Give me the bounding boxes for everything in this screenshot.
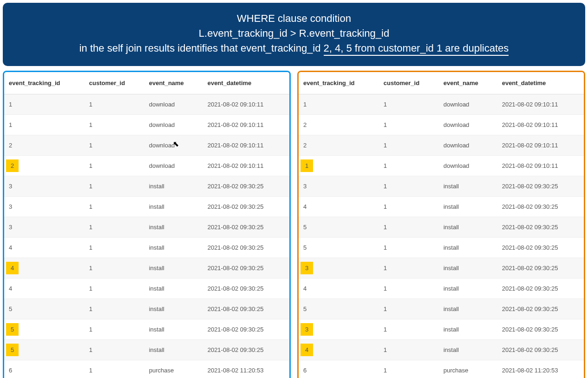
cell-event-datetime: 2021-08-02 09:30:25 [497,258,584,278]
cell-event-tracking-id: 3 [299,176,379,196]
cell-event-name: install [439,319,497,339]
cell-event-datetime: 2021-08-02 09:10:11 [497,135,584,155]
table-row: 11download2021-08-02 09:10:11 [4,114,289,135]
cell-event-name: install [439,176,497,196]
cell-customer-id: 1 [379,114,439,135]
cell-customer-id: 1 [85,298,144,319]
table-row: 51install2021-08-02 09:30:25 [299,217,584,237]
cell-event-tracking-id: 1 [4,114,85,135]
col-header: event_datetime [497,72,584,94]
cell-event-tracking-id: 5 [4,298,85,319]
cell-event-name: download [144,94,203,114]
cell-event-name: install [439,217,497,237]
table-row: 41install2021-08-02 09:30:25 [299,278,584,298]
cell-event-datetime: 2021-08-02 09:10:11 [203,155,289,176]
cell-customer-id: 1 [85,94,144,114]
table-row: 41install2021-08-02 09:30:25 [4,258,289,278]
cell-customer-id: 1 [379,155,439,176]
cell-event-name: install [144,339,203,360]
cell-customer-id: 1 [379,278,439,298]
cell-event-name: download [439,114,497,135]
cell-event-datetime: 2021-08-02 09:30:25 [203,258,289,278]
cell-event-name: download [439,135,497,155]
cell-event-datetime: 2021-08-02 09:30:25 [497,196,584,217]
right-table-panel: event_tracking_id customer_id event_name… [297,71,585,378]
highlight-cell: 5 [6,344,19,356]
cell-event-name: install [144,298,203,319]
cell-customer-id: 1 [379,135,439,155]
cell-customer-id: 1 [85,258,144,278]
table-row: 51install2021-08-02 09:30:25 [4,319,289,339]
cell-customer-id: 1 [379,237,439,258]
cell-customer-id: 1 [85,155,144,176]
cell-event-name: download [144,155,203,176]
cell-customer-id: 1 [379,360,439,378]
banner-line1: WHERE clause condition [17,11,571,26]
table-row: 31install2021-08-02 09:30:25 [299,319,584,339]
cell-event-tracking-id: 3 [4,217,85,237]
highlight-cell: 1 [301,159,313,172]
highlight-cell: 3 [301,323,313,336]
cell-customer-id: 1 [85,319,144,339]
cell-event-datetime: 2021-08-02 09:10:11 [497,155,584,176]
cell-event-datetime: 2021-08-02 09:30:25 [203,176,289,196]
cell-event-datetime: 2021-08-02 09:30:25 [203,217,289,237]
cell-customer-id: 1 [85,360,144,378]
cell-customer-id: 1 [85,278,144,298]
table-row: 61purchase2021-08-02 11:20:53 [299,360,584,378]
cell-customer-id: 1 [379,217,439,237]
cell-event-datetime: 2021-08-02 09:30:25 [203,298,289,319]
table-row: 11download2021-08-02 09:10:11 [299,155,584,176]
cell-event-name: install [439,237,497,258]
cell-event-name: download [439,155,497,176]
cell-event-name: install [144,258,203,278]
cell-event-tracking-id: 4 [299,196,379,217]
cell-event-tracking-id: 4 [4,237,85,258]
table-row: 21download2021-08-02 09:10:11 [299,114,584,135]
cell-event-name: install [144,176,203,196]
cell-event-tracking-id: 5 [299,237,379,258]
cell-event-datetime: 2021-08-02 09:30:25 [203,319,289,339]
cell-event-datetime: 2021-08-02 11:20:53 [497,360,584,378]
table-row: 31install2021-08-02 09:30:25 [299,258,584,278]
cell-event-name: install [144,319,203,339]
cell-event-tracking-id: 1 [4,94,85,114]
cell-event-tracking-id: 1 [299,94,379,114]
cell-event-name: install [439,258,497,278]
cell-event-datetime: 2021-08-02 09:30:25 [203,196,289,217]
cell-event-datetime: 2021-08-02 09:10:11 [203,114,289,135]
cell-event-tracking-id: 5 [4,319,85,339]
banner-line3-prefix: in the self join results identifies that… [79,42,324,54]
cell-event-tracking-id: 5 [299,298,379,319]
cell-customer-id: 1 [85,196,144,217]
table-row: 41install2021-08-02 09:30:25 [4,237,289,258]
highlight-cell: 4 [301,344,313,356]
left-table-body: 11download2021-08-02 09:10:1111download2… [4,94,289,378]
cell-event-tracking-id: 4 [4,278,85,298]
cell-customer-id: 1 [85,135,144,155]
cell-event-datetime: 2021-08-02 09:30:25 [497,237,584,258]
cell-event-tracking-id: 2 [299,114,379,135]
right-table: event_tracking_id customer_id event_name… [299,72,584,378]
cell-event-datetime: 2021-08-02 09:30:25 [497,319,584,339]
table-row: 31install2021-08-02 09:30:25 [4,217,289,237]
cell-customer-id: 1 [379,258,439,278]
cell-event-name: download [144,114,203,135]
cell-event-datetime: 2021-08-02 09:30:25 [497,339,584,360]
cell-event-tracking-id: 3 [299,319,379,339]
cell-event-tracking-id: 1 [299,155,379,176]
cell-event-name: install [144,278,203,298]
cell-event-datetime: 2021-08-02 09:30:25 [497,298,584,319]
table-row: 31install2021-08-02 09:30:25 [299,176,584,196]
cell-event-tracking-id: 2 [4,155,85,176]
left-table: event_tracking_id customer_id event_name… [4,72,289,378]
col-header: customer_id [85,72,144,94]
cell-customer-id: 1 [379,339,439,360]
cell-event-tracking-id: 4 [299,339,379,360]
cell-customer-id: 1 [379,298,439,319]
cell-event-tracking-id: 4 [4,258,85,278]
cell-event-name: install [144,217,203,237]
table-row: 21download2021-08-02 09:10:11 [4,135,289,155]
highlight-cell: 2 [6,159,19,172]
table-row: 51install2021-08-02 09:30:25 [4,298,289,319]
